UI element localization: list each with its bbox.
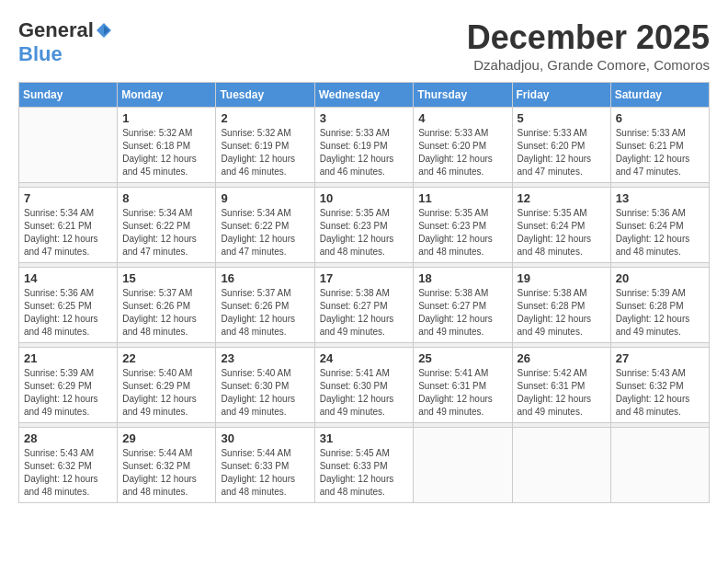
day-info-26: Sunrise: 5:42 AM Sunset: 6:31 PM Dayligh… <box>518 367 606 419</box>
header-friday: Friday <box>512 83 610 108</box>
calendar-cell-w1-d1 <box>19 108 118 183</box>
day-info-31: Sunrise: 5:45 AM Sunset: 6:33 PM Dayligh… <box>320 447 409 499</box>
calendar-cell-w5-d7 <box>610 428 709 503</box>
day-number-6: 6 <box>616 111 704 125</box>
day-info-15: Sunrise: 5:37 AM Sunset: 6:26 PM Dayligh… <box>122 287 210 339</box>
header-sunday: Sunday <box>19 83 118 108</box>
day-info-6: Sunrise: 5:33 AM Sunset: 6:21 PM Dayligh… <box>616 127 704 178</box>
day-info-13: Sunrise: 5:36 AM Sunset: 6:24 PM Dayligh… <box>616 207 704 259</box>
day-number-27: 27 <box>616 351 704 365</box>
day-number-31: 31 <box>320 431 409 445</box>
calendar-cell-w5-d1: 28Sunrise: 5:43 AM Sunset: 6:32 PM Dayli… <box>19 428 118 503</box>
day-number-3: 3 <box>320 111 409 125</box>
calendar-cell-w4-d3: 23Sunrise: 5:40 AM Sunset: 6:30 PM Dayli… <box>216 348 314 423</box>
calendar-cell-w1-d4: 3Sunrise: 5:33 AM Sunset: 6:19 PM Daylig… <box>314 108 414 183</box>
logo: General Blue <box>18 18 113 66</box>
day-number-28: 28 <box>24 431 112 445</box>
day-number-12: 12 <box>518 191 606 205</box>
calendar-cell-w2-d2: 8Sunrise: 5:34 AM Sunset: 6:22 PM Daylig… <box>118 188 216 263</box>
day-info-30: Sunrise: 5:44 AM Sunset: 6:33 PM Dayligh… <box>221 447 309 499</box>
calendar-cell-w5-d5 <box>414 428 512 503</box>
calendar-cell-w4-d5: 25Sunrise: 5:41 AM Sunset: 6:31 PM Dayli… <box>414 348 512 423</box>
calendar-cell-w4-d6: 26Sunrise: 5:42 AM Sunset: 6:31 PM Dayli… <box>512 348 610 423</box>
day-info-28: Sunrise: 5:43 AM Sunset: 6:32 PM Dayligh… <box>24 447 112 499</box>
day-info-5: Sunrise: 5:33 AM Sunset: 6:20 PM Dayligh… <box>518 127 606 178</box>
page-header: General Blue December 2025 Dzahadjou, Gr… <box>18 18 710 73</box>
day-info-23: Sunrise: 5:40 AM Sunset: 6:30 PM Dayligh… <box>221 367 309 419</box>
day-info-9: Sunrise: 5:34 AM Sunset: 6:22 PM Dayligh… <box>221 207 309 259</box>
day-number-1: 1 <box>122 111 210 125</box>
logo-blue: Blue <box>18 42 63 66</box>
calendar-cell-w1-d2: 1Sunrise: 5:32 AM Sunset: 6:18 PM Daylig… <box>118 108 216 183</box>
logo-general: General <box>18 18 94 42</box>
calendar-cell-w5-d3: 30Sunrise: 5:44 AM Sunset: 6:33 PM Dayli… <box>216 428 314 503</box>
header-saturday: Saturday <box>610 83 709 108</box>
day-info-14: Sunrise: 5:36 AM Sunset: 6:25 PM Dayligh… <box>24 287 112 339</box>
day-info-4: Sunrise: 5:33 AM Sunset: 6:20 PM Dayligh… <box>418 127 506 178</box>
day-number-14: 14 <box>24 271 112 285</box>
day-info-2: Sunrise: 5:32 AM Sunset: 6:19 PM Dayligh… <box>221 127 309 178</box>
calendar-cell-w1-d3: 2Sunrise: 5:32 AM Sunset: 6:19 PM Daylig… <box>216 108 314 183</box>
day-info-20: Sunrise: 5:39 AM Sunset: 6:28 PM Dayligh… <box>616 287 704 339</box>
header-wednesday: Wednesday <box>314 83 414 108</box>
calendar-week-2: 7Sunrise: 5:34 AM Sunset: 6:21 PM Daylig… <box>19 188 710 263</box>
calendar-week-4: 21Sunrise: 5:39 AM Sunset: 6:29 PM Dayli… <box>19 348 710 423</box>
calendar-week-1: 1Sunrise: 5:32 AM Sunset: 6:18 PM Daylig… <box>19 108 710 183</box>
day-info-24: Sunrise: 5:41 AM Sunset: 6:30 PM Dayligh… <box>320 367 409 419</box>
day-number-7: 7 <box>24 191 112 205</box>
calendar-cell-w1-d5: 4Sunrise: 5:33 AM Sunset: 6:20 PM Daylig… <box>414 108 512 183</box>
day-number-16: 16 <box>221 271 309 285</box>
day-number-21: 21 <box>24 351 112 365</box>
calendar-cell-w2-d7: 13Sunrise: 5:36 AM Sunset: 6:24 PM Dayli… <box>610 188 709 263</box>
day-number-15: 15 <box>122 271 210 285</box>
calendar-cell-w3-d3: 16Sunrise: 5:37 AM Sunset: 6:26 PM Dayli… <box>216 268 314 343</box>
day-info-1: Sunrise: 5:32 AM Sunset: 6:18 PM Dayligh… <box>122 127 210 178</box>
calendar-cell-w3-d1: 14Sunrise: 5:36 AM Sunset: 6:25 PM Dayli… <box>19 268 118 343</box>
calendar-cell-w2-d6: 12Sunrise: 5:35 AM Sunset: 6:24 PM Dayli… <box>512 188 610 263</box>
day-info-21: Sunrise: 5:39 AM Sunset: 6:29 PM Dayligh… <box>24 367 112 419</box>
day-number-19: 19 <box>518 271 606 285</box>
calendar-title: December 2025 <box>467 18 710 57</box>
calendar-cell-w2-d5: 11Sunrise: 5:35 AM Sunset: 6:23 PM Dayli… <box>414 188 512 263</box>
title-block: December 2025 Dzahadjou, Grande Comore, … <box>467 18 710 73</box>
calendar-cell-w4-d2: 22Sunrise: 5:40 AM Sunset: 6:29 PM Dayli… <box>118 348 216 423</box>
day-number-29: 29 <box>122 431 210 445</box>
calendar-cell-w5-d6 <box>512 428 610 503</box>
calendar-cell-w1-d6: 5Sunrise: 5:33 AM Sunset: 6:20 PM Daylig… <box>512 108 610 183</box>
day-number-20: 20 <box>616 271 704 285</box>
day-info-12: Sunrise: 5:35 AM Sunset: 6:24 PM Dayligh… <box>518 207 606 259</box>
day-number-13: 13 <box>616 191 704 205</box>
day-info-8: Sunrise: 5:34 AM Sunset: 6:22 PM Dayligh… <box>122 207 210 259</box>
calendar-cell-w1-d7: 6Sunrise: 5:33 AM Sunset: 6:21 PM Daylig… <box>610 108 709 183</box>
calendar-week-5: 28Sunrise: 5:43 AM Sunset: 6:32 PM Dayli… <box>19 428 710 503</box>
day-number-25: 25 <box>418 351 506 365</box>
calendar-cell-w3-d6: 19Sunrise: 5:38 AM Sunset: 6:28 PM Dayli… <box>512 268 610 343</box>
day-info-27: Sunrise: 5:43 AM Sunset: 6:32 PM Dayligh… <box>616 367 704 419</box>
day-number-23: 23 <box>221 351 309 365</box>
calendar-cell-w4-d7: 27Sunrise: 5:43 AM Sunset: 6:32 PM Dayli… <box>610 348 709 423</box>
day-info-29: Sunrise: 5:44 AM Sunset: 6:32 PM Dayligh… <box>122 447 210 499</box>
day-number-26: 26 <box>518 351 606 365</box>
day-info-22: Sunrise: 5:40 AM Sunset: 6:29 PM Dayligh… <box>122 367 210 419</box>
day-number-24: 24 <box>320 351 409 365</box>
calendar-cell-w2-d4: 10Sunrise: 5:35 AM Sunset: 6:23 PM Dayli… <box>314 188 414 263</box>
day-info-16: Sunrise: 5:37 AM Sunset: 6:26 PM Dayligh… <box>221 287 309 339</box>
calendar-cell-w4-d4: 24Sunrise: 5:41 AM Sunset: 6:30 PM Dayli… <box>314 348 414 423</box>
day-number-17: 17 <box>320 271 409 285</box>
calendar-cell-w4-d1: 21Sunrise: 5:39 AM Sunset: 6:29 PM Dayli… <box>19 348 118 423</box>
day-number-18: 18 <box>418 271 506 285</box>
day-number-22: 22 <box>122 351 210 365</box>
day-number-2: 2 <box>221 111 309 125</box>
calendar-cell-w3-d7: 20Sunrise: 5:39 AM Sunset: 6:28 PM Dayli… <box>610 268 709 343</box>
calendar-cell-w3-d5: 18Sunrise: 5:38 AM Sunset: 6:27 PM Dayli… <box>414 268 512 343</box>
logo-icon <box>95 21 113 40</box>
day-info-19: Sunrise: 5:38 AM Sunset: 6:28 PM Dayligh… <box>518 287 606 339</box>
calendar-cell-w2-d3: 9Sunrise: 5:34 AM Sunset: 6:22 PM Daylig… <box>216 188 314 263</box>
day-info-11: Sunrise: 5:35 AM Sunset: 6:23 PM Dayligh… <box>418 207 506 259</box>
day-info-18: Sunrise: 5:38 AM Sunset: 6:27 PM Dayligh… <box>418 287 506 339</box>
calendar-cell-w3-d4: 17Sunrise: 5:38 AM Sunset: 6:27 PM Dayli… <box>314 268 414 343</box>
calendar-table: Sunday Monday Tuesday Wednesday Thursday… <box>18 82 710 503</box>
day-number-4: 4 <box>418 111 506 125</box>
calendar-cell-w3-d2: 15Sunrise: 5:37 AM Sunset: 6:26 PM Dayli… <box>118 268 216 343</box>
header-tuesday: Tuesday <box>216 83 314 108</box>
